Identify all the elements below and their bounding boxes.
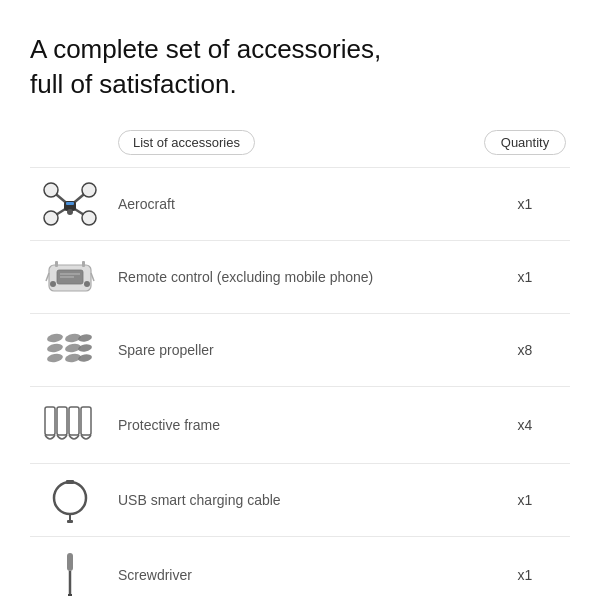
svg-point-29 <box>77 354 92 363</box>
svg-point-34 <box>54 482 86 514</box>
screwdriver-name: Screwdriver <box>110 567 480 583</box>
svg-rect-38 <box>67 553 73 571</box>
accessories-table: Aerocraft x1 Remote c <box>30 167 570 600</box>
svg-point-4 <box>44 183 58 197</box>
accessories-column-header: List of accessories <box>118 130 255 155</box>
svg-point-7 <box>82 211 96 225</box>
table-header: List of accessories Quantity <box>30 130 570 163</box>
svg-rect-10 <box>66 202 74 205</box>
svg-point-23 <box>77 334 92 343</box>
usb-cable-quantity: x1 <box>480 492 570 508</box>
aerocraft-icon <box>30 180 110 228</box>
screwdriver-icon <box>30 549 110 600</box>
svg-rect-37 <box>67 520 73 523</box>
usb-cable-name: USB smart charging cable <box>110 492 480 508</box>
protective-frame-icon <box>30 399 110 451</box>
svg-point-21 <box>46 333 63 344</box>
svg-rect-35 <box>66 480 74 484</box>
remote-control-icon <box>30 253 110 301</box>
svg-point-26 <box>77 344 92 353</box>
aerocraft-name: Aerocraft <box>110 196 480 212</box>
table-row: Spare propeller x8 <box>30 313 570 386</box>
table-row: USB smart charging cable x1 <box>30 463 570 536</box>
table-row: Aerocraft x1 <box>30 167 570 240</box>
protective-frame-name: Protective frame <box>110 417 480 433</box>
svg-point-18 <box>84 281 90 287</box>
headline-line2: full of satisfaction. <box>30 69 237 99</box>
svg-rect-32 <box>69 407 79 435</box>
aerocraft-quantity: x1 <box>480 196 570 212</box>
svg-point-17 <box>50 281 56 287</box>
svg-rect-30 <box>45 407 55 435</box>
svg-rect-15 <box>55 261 58 267</box>
svg-rect-31 <box>57 407 67 435</box>
svg-rect-33 <box>81 407 91 435</box>
svg-point-6 <box>44 211 58 225</box>
table-row: Protective frame x4 <box>30 386 570 463</box>
protective-frame-quantity: x4 <box>480 417 570 433</box>
svg-rect-16 <box>82 261 85 267</box>
spare-propeller-name: Spare propeller <box>110 342 480 358</box>
remote-control-quantity: x1 <box>480 269 570 285</box>
svg-point-9 <box>67 209 73 215</box>
svg-point-5 <box>82 183 96 197</box>
headline: A complete set of accessories, full of s… <box>30 32 570 102</box>
table-row: Screwdriver x1 <box>30 536 570 600</box>
spare-propeller-icon <box>30 326 110 374</box>
spare-propeller-quantity: x8 <box>480 342 570 358</box>
table-row: Remote control (excluding mobile phone) … <box>30 240 570 313</box>
headline-line1: A complete set of accessories, <box>30 34 381 64</box>
usb-cable-icon <box>30 476 110 524</box>
quantity-column-header: Quantity <box>484 130 566 155</box>
svg-point-27 <box>46 353 63 364</box>
remote-control-name: Remote control (excluding mobile phone) <box>110 269 480 285</box>
svg-point-24 <box>46 343 63 354</box>
screwdriver-quantity: x1 <box>480 567 570 583</box>
